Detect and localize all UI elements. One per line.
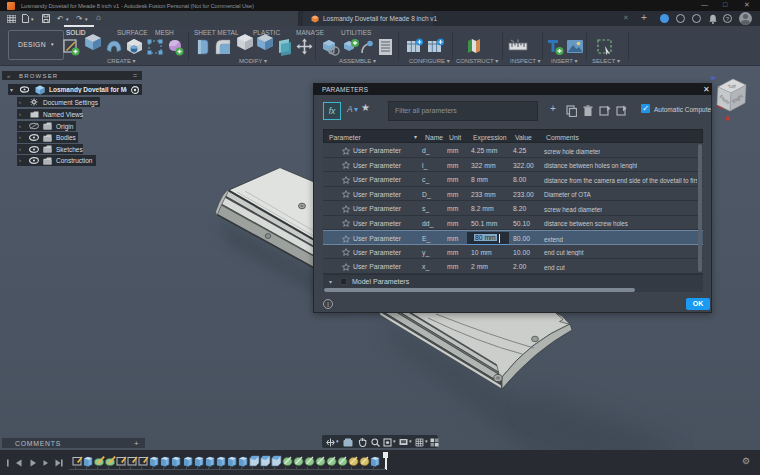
svg-text:Top: Top	[727, 82, 736, 89]
